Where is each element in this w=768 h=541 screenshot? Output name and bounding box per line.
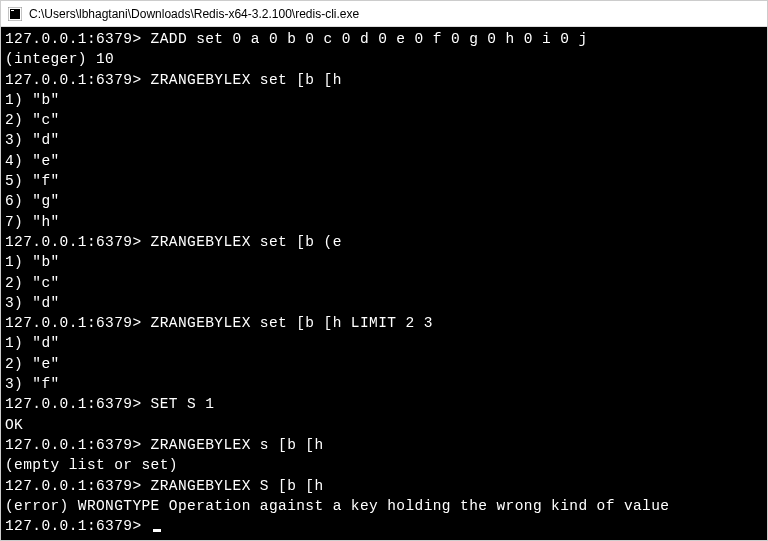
terminal-line: 3) "f" xyxy=(5,374,763,394)
app-icon xyxy=(7,6,23,22)
terminal-line: 127.0.0.1:6379> xyxy=(5,516,763,536)
terminal-line: 1) "b" xyxy=(5,252,763,272)
terminal-line: 4) "e" xyxy=(5,151,763,171)
terminal-line: 5) "f" xyxy=(5,171,763,191)
terminal-line: 127.0.0.1:6379> ZRANGEBYLEX set [b (e xyxy=(5,232,763,252)
terminal-line: 3) "d" xyxy=(5,293,763,313)
terminal-line: 7) "h" xyxy=(5,212,763,232)
terminal-line: 2) "c" xyxy=(5,110,763,130)
terminal-line: OK xyxy=(5,415,763,435)
terminal-line: (error) WRONGTYPE Operation against a ke… xyxy=(5,496,763,516)
terminal-line: 127.0.0.1:6379> ZADD set 0 a 0 b 0 c 0 d… xyxy=(5,29,763,49)
terminal-line: 127.0.0.1:6379> ZRANGEBYLEX S [b [h xyxy=(5,476,763,496)
terminal-line: (empty list or set) xyxy=(5,455,763,475)
console-window: C:\Users\lbhagtani\Downloads\Redis-x64-3… xyxy=(0,0,768,541)
terminal-line: 2) "c" xyxy=(5,273,763,293)
terminal-line: (integer) 10 xyxy=(5,49,763,69)
terminal-line: 127.0.0.1:6379> ZRANGEBYLEX set [b [h LI… xyxy=(5,313,763,333)
terminal-line: 127.0.0.1:6379> ZRANGEBYLEX s [b [h xyxy=(5,435,763,455)
terminal-output[interactable]: 127.0.0.1:6379> ZADD set 0 a 0 b 0 c 0 d… xyxy=(1,27,767,540)
svg-rect-2 xyxy=(11,10,14,11)
titlebar-path: C:\Users\lbhagtani\Downloads\Redis-x64-3… xyxy=(29,7,359,21)
cursor xyxy=(153,529,161,532)
terminal-line: 127.0.0.1:6379> SET S 1 xyxy=(5,394,763,414)
terminal-line: 2) "e" xyxy=(5,354,763,374)
terminal-line: 6) "g" xyxy=(5,191,763,211)
terminal-line: 1) "d" xyxy=(5,333,763,353)
terminal-line: 1) "b" xyxy=(5,90,763,110)
titlebar[interactable]: C:\Users\lbhagtani\Downloads\Redis-x64-3… xyxy=(1,1,767,27)
terminal-line: 127.0.0.1:6379> ZRANGEBYLEX set [b [h xyxy=(5,70,763,90)
terminal-line: 3) "d" xyxy=(5,130,763,150)
